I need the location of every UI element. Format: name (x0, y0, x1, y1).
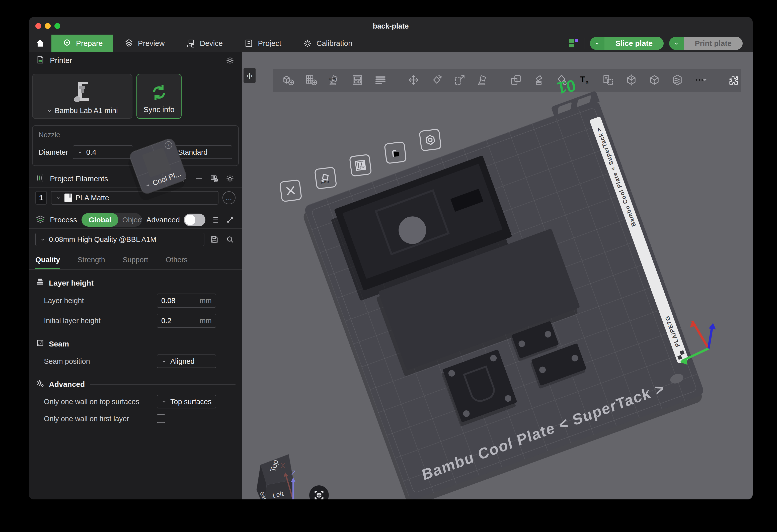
layer-height-section: Layer height (29, 270, 242, 291)
print-plate-button[interactable]: Print plate (684, 37, 743, 50)
move-icon[interactable] (407, 74, 420, 88)
divider (584, 38, 584, 49)
scope-objects[interactable]: Objects (118, 213, 142, 227)
viewport-3d[interactable]: ‹|› AUTOTa AUTO 01 01 (242, 52, 753, 499)
plate-thumbnail (142, 147, 171, 177)
preset-row: 0.08mm High Quality @BBL A1M (29, 229, 242, 248)
support-paint-icon[interactable] (533, 74, 546, 88)
advanced-label: Advanced (146, 216, 180, 224)
variable-layer-height-icon[interactable] (671, 74, 684, 88)
arrange-plate-icon[interactable] (349, 154, 372, 177)
nozzle-label: Nozzle (39, 131, 232, 139)
plate-settings-icon[interactable] (419, 128, 442, 151)
plate-number-top: 01 (556, 76, 577, 98)
process-scope-toggle[interactable]: Global Objects (82, 213, 142, 227)
sync-info-label: Sync info (137, 105, 181, 114)
prepare-icon (62, 38, 72, 48)
tab-others[interactable]: Others (166, 253, 188, 269)
slice-plate-button[interactable]: Slice plate (604, 37, 664, 50)
text-icon[interactable]: Ta (579, 74, 592, 88)
chevron-down-icon (161, 399, 167, 404)
add-object-icon[interactable] (282, 74, 295, 88)
assembly-icon[interactable] (727, 74, 740, 88)
home-button[interactable] (29, 35, 51, 52)
reset-params-button[interactable] (224, 214, 235, 225)
chevron-down-icon (673, 40, 679, 46)
svg-text:T: T (580, 75, 585, 84)
modifier-icon[interactable] (602, 74, 615, 88)
filament-name: PLA Matte (76, 194, 109, 202)
tab-quality[interactable]: Quality (35, 253, 60, 269)
printer-model-card[interactable]: Bambu Lab A1 mini (32, 74, 132, 119)
split-parts-icon[interactable] (648, 74, 661, 88)
viewport-toolbar: AUTOTa (272, 69, 741, 92)
tab-calibration[interactable]: Calibration (292, 35, 363, 52)
delete-plate-icon[interactable] (279, 179, 302, 202)
slice-plate-group: Slice plate (590, 37, 664, 50)
calibration-icon (303, 38, 313, 48)
layer-height-icon (35, 277, 45, 289)
chevron-down-icon (77, 149, 83, 155)
seam-icon (35, 338, 45, 350)
printer-settings-button[interactable] (224, 55, 235, 66)
one-wall-first-row: Only one wall on first layer (29, 411, 242, 426)
filament-select[interactable]: PLA Matte (51, 191, 218, 205)
window-title: back-plate (29, 22, 753, 30)
save-preset-button[interactable] (209, 234, 220, 245)
layer-height-row: Layer height 0.08 mm (29, 291, 242, 311)
lock-plate-icon[interactable] (384, 141, 407, 164)
advanced-section: Advanced (29, 371, 242, 392)
split-objects-icon[interactable] (625, 74, 638, 88)
advanced-toggle[interactable] (184, 214, 205, 226)
seam-position-select[interactable]: Aligned (157, 355, 216, 368)
search-params-button[interactable] (224, 234, 235, 245)
filaments-section-title: Project Filaments (50, 174, 108, 183)
auto-orient-icon[interactable]: AUTO (328, 74, 341, 88)
filament-more-button[interactable]: ... (222, 191, 235, 204)
device-icon (186, 38, 196, 48)
ams-sync-button[interactable] (209, 173, 220, 184)
layer-height-input[interactable]: 0.08 mm (157, 294, 216, 308)
rotate-icon[interactable] (430, 74, 443, 88)
one-wall-top-select[interactable]: Top surfaces (157, 395, 216, 408)
tab-prepare[interactable]: Prepare (51, 35, 113, 52)
initial-layer-height-input[interactable]: 0.2 mm (157, 314, 216, 328)
seam-section: Seam (29, 331, 242, 352)
tab-support[interactable]: Support (123, 253, 148, 269)
object-list-icon[interactable] (374, 74, 387, 88)
tab-strength[interactable]: Strength (78, 253, 105, 269)
info-icon[interactable]: i (163, 140, 173, 150)
navigation-cube[interactable]: Top Back Left X Z Y (251, 450, 299, 499)
sync-info-button[interactable]: Sync info (136, 74, 182, 119)
lay-on-face-icon[interactable] (476, 74, 489, 88)
fit-view-button[interactable] (309, 485, 329, 499)
scale-icon[interactable] (453, 74, 466, 88)
print-dropdown-button[interactable] (669, 37, 684, 50)
printer-section-title: Printer (50, 56, 72, 65)
printer-image (67, 79, 97, 105)
one-wall-first-checkbox[interactable] (157, 414, 165, 423)
process-preset-select[interactable]: 0.08mm High Quality @BBL A1M (35, 233, 204, 246)
add-plate-icon[interactable] (305, 74, 318, 88)
app-window: back-plate Prepare Preview Device Projec… (29, 17, 753, 499)
remove-filament-button[interactable] (193, 173, 204, 184)
sidebar-collapse-handle[interactable]: ‹|› (243, 68, 255, 83)
scope-global[interactable]: Global (82, 213, 118, 227)
printer-cards: Bambu Lab A1 mini i Cool Pl... Sync i (29, 69, 242, 124)
svg-text:a: a (586, 79, 589, 86)
nozzle-diameter-select[interactable]: 0.4 (73, 145, 133, 159)
axis-z-label: Z (291, 469, 296, 477)
tab-device[interactable]: Device (175, 35, 233, 52)
arrange-icon[interactable] (351, 74, 364, 88)
filament-settings-button[interactable] (224, 173, 235, 184)
auto-orient-plate-icon[interactable]: AUTO (314, 166, 337, 189)
more-icon[interactable] (694, 74, 707, 88)
tab-project[interactable]: Project (233, 35, 292, 52)
plate-layout-icon[interactable] (569, 39, 578, 48)
param-list-button[interactable] (209, 214, 220, 225)
slice-dropdown-button[interactable] (590, 37, 604, 50)
build-plate[interactable]: AUTO 01 01 Bambu Cool Plate < SuperTack … (303, 100, 705, 499)
clone-icon[interactable] (510, 74, 523, 88)
chevron-down-icon (161, 359, 167, 364)
tab-preview[interactable]: Preview (113, 35, 175, 52)
